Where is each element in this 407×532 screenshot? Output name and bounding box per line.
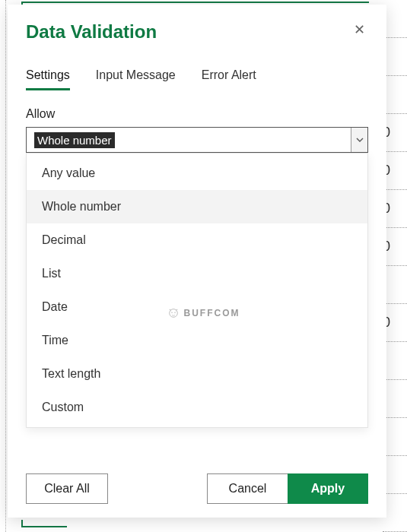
allow-label: Allow	[26, 107, 368, 121]
dropdown-option-decimal[interactable]: Decimal	[27, 223, 367, 257]
cancel-button[interactable]: Cancel	[207, 473, 288, 504]
allow-selected-value: Whole number	[34, 132, 115, 148]
tab-settings[interactable]: Settings	[26, 68, 70, 90]
clear-all-button[interactable]: Clear All	[26, 473, 108, 504]
tab-error-alert[interactable]: Error Alert	[202, 68, 256, 90]
tabs: Settings Input Message Error Alert	[26, 68, 368, 90]
dialog-footer: Clear All Cancel Apply	[26, 473, 368, 504]
dropdown-option-text-length[interactable]: Text length	[27, 357, 367, 391]
tab-input-message[interactable]: Input Message	[96, 68, 176, 90]
dropdown-option-date[interactable]: Date	[27, 290, 367, 324]
dropdown-option-whole-number[interactable]: Whole number	[27, 190, 367, 223]
dropdown-option-list[interactable]: List	[27, 257, 367, 290]
allow-combobox[interactable]: Whole number	[26, 127, 368, 153]
close-button[interactable]: ✕	[351, 21, 368, 38]
allow-dropdown: Any value Whole number Decimal List Date…	[26, 153, 368, 428]
dropdown-option-time[interactable]: Time	[27, 324, 367, 357]
apply-button[interactable]: Apply	[288, 473, 368, 504]
dropdown-option-any-value[interactable]: Any value	[27, 157, 367, 190]
dialog-title: Data Validation	[26, 21, 157, 43]
data-validation-dialog: Data Validation ✕ Settings Input Message…	[8, 5, 386, 518]
chevron-down-icon[interactable]	[351, 128, 367, 152]
dropdown-option-custom[interactable]: Custom	[27, 391, 367, 424]
